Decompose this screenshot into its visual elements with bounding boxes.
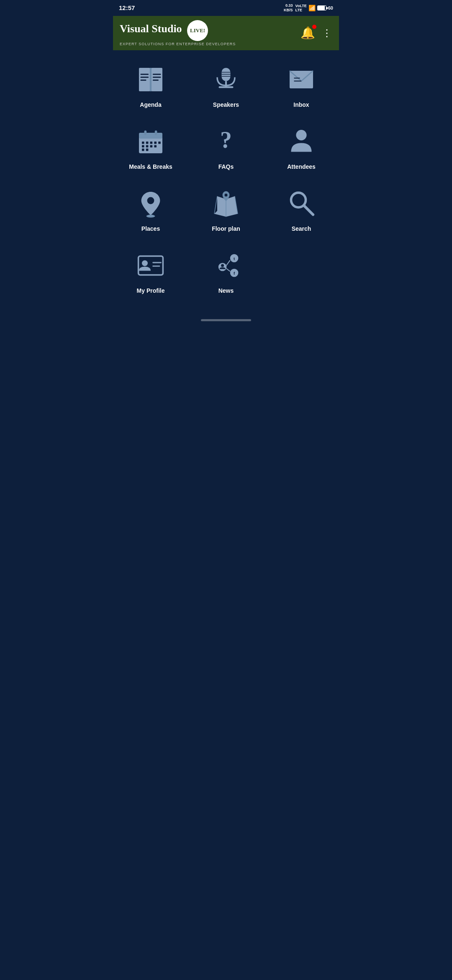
status-bar: 12:57 0.33KB/S VoLTELTE 📶 60 xyxy=(113,0,339,16)
faqs-icon: ? xyxy=(209,125,243,158)
svg-rect-4 xyxy=(141,80,146,81)
svg-point-35 xyxy=(147,197,154,204)
attendees-label: Attendees xyxy=(287,163,316,170)
svg-rect-28 xyxy=(146,145,149,147)
meals-breaks-item[interactable]: Meals & Breaks xyxy=(113,116,188,178)
network-speed: 0.33KB/S xyxy=(284,3,293,13)
svg-rect-31 xyxy=(142,148,144,151)
lte-icon: VoLTELTE xyxy=(295,4,307,12)
svg-line-38 xyxy=(214,196,217,214)
news-label: News xyxy=(218,287,234,294)
svg-rect-22 xyxy=(142,142,144,144)
speakers-icon xyxy=(209,63,243,96)
live-text: LIVE! xyxy=(190,28,205,33)
svg-rect-21 xyxy=(155,130,157,135)
header: Visual Studio LIVE! EXPERT SOLUTIONS FOR… xyxy=(113,16,339,50)
svg-rect-5 xyxy=(153,74,161,75)
search-label: Search xyxy=(292,225,311,232)
news-item[interactable]: t f News xyxy=(188,240,264,302)
app-logo: Visual Studio LIVE! EXPERT SOLUTIONS FOR… xyxy=(120,20,300,46)
floor-plan-label: Floor plan xyxy=(212,225,240,232)
notifications-button[interactable]: 🔔 xyxy=(300,26,315,40)
svg-rect-20 xyxy=(144,130,147,135)
agenda-icon xyxy=(134,63,167,96)
svg-line-53 xyxy=(226,260,230,266)
faqs-label: FAQs xyxy=(218,163,234,170)
svg-line-42 xyxy=(304,206,313,214)
logo-subtitle: EXPERT SOLUTIONS FOR ENTERPRISE DEVELOPE… xyxy=(120,42,236,46)
speakers-item[interactable]: Speakers xyxy=(188,54,264,116)
floor-plan-icon xyxy=(209,187,243,220)
svg-rect-30 xyxy=(154,145,157,147)
svg-rect-25 xyxy=(154,142,157,144)
svg-rect-11 xyxy=(219,86,234,88)
svg-point-48 xyxy=(221,264,224,267)
svg-rect-2 xyxy=(141,74,149,75)
inbox-icon xyxy=(285,63,318,96)
signal-icon: 📶 xyxy=(308,5,316,11)
home-indicator xyxy=(201,319,251,321)
svg-rect-27 xyxy=(142,145,144,147)
places-label: Places xyxy=(141,225,160,232)
floor-plan-item[interactable]: Floor plan xyxy=(188,178,264,240)
my-profile-label: My Profile xyxy=(137,287,165,294)
logo-text: Visual Studio LIVE! xyxy=(120,23,208,35)
svg-point-34 xyxy=(296,130,306,140)
svg-rect-6 xyxy=(153,77,161,78)
meals-breaks-label: Meals & Breaks xyxy=(129,163,172,170)
svg-rect-19 xyxy=(139,133,162,139)
inbox-item[interactable]: Inbox xyxy=(264,54,339,116)
svg-rect-24 xyxy=(150,142,153,144)
battery-icon xyxy=(317,5,326,10)
status-time: 12:57 xyxy=(119,4,135,11)
my-profile-item[interactable]: My Profile xyxy=(113,240,188,302)
status-right: 0.33KB/S VoLTELTE 📶 60 xyxy=(284,3,333,13)
main-grid: Agenda Speakers xyxy=(113,50,339,307)
search-icon xyxy=(285,187,318,220)
places-item[interactable]: Places xyxy=(113,178,188,240)
my-profile-icon xyxy=(134,249,167,282)
search-item[interactable]: Search xyxy=(264,178,339,240)
more-options-button[interactable]: ⋮ xyxy=(322,27,332,39)
svg-rect-7 xyxy=(153,80,159,81)
notification-badge xyxy=(312,25,316,29)
speakers-label: Speakers xyxy=(213,101,239,108)
svg-rect-8 xyxy=(150,68,152,91)
faqs-item[interactable]: ? FAQs xyxy=(188,116,264,178)
inbox-label: Inbox xyxy=(293,101,309,108)
svg-point-44 xyxy=(142,260,148,266)
agenda-label: Agenda xyxy=(140,101,161,108)
attendees-icon xyxy=(285,125,318,158)
battery-level: 60 xyxy=(328,5,333,10)
attendees-item[interactable]: Attendees xyxy=(264,116,339,178)
svg-rect-23 xyxy=(146,142,149,144)
svg-text:?: ? xyxy=(220,127,232,153)
svg-line-54 xyxy=(226,268,230,271)
svg-rect-3 xyxy=(141,77,149,78)
news-icon: t f xyxy=(209,249,243,282)
header-actions: 🔔 ⋮ xyxy=(300,26,332,40)
svg-rect-29 xyxy=(150,145,153,147)
agenda-item[interactable]: Agenda xyxy=(113,54,188,116)
places-icon xyxy=(134,187,167,220)
svg-rect-32 xyxy=(146,148,149,151)
bottom-bar xyxy=(113,315,339,325)
svg-point-40 xyxy=(225,193,228,196)
meals-breaks-icon xyxy=(134,125,167,158)
live-badge: LIVE! xyxy=(187,20,208,41)
svg-point-36 xyxy=(146,214,155,217)
svg-rect-26 xyxy=(158,142,161,144)
